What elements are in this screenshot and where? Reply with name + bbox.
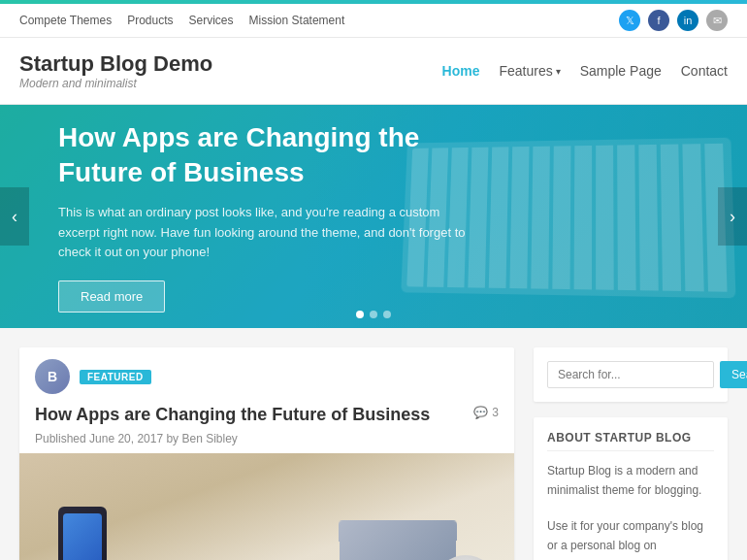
hero-slider: How Apps are Changing the Future of Busi… xyxy=(0,105,747,328)
chevron-down-icon: ▾ xyxy=(556,66,561,77)
post-title[interactable]: How Apps are Changing the Future of Busi… xyxy=(35,404,464,426)
content-area: B FEATURED How Apps are Changing the Fut… xyxy=(0,328,747,560)
post-comments[interactable]: 💬 3 xyxy=(473,406,499,419)
about-widget-text2: Use it for your company's blog or a pers… xyxy=(547,516,714,560)
search-row: Search xyxy=(547,361,714,388)
phone-graphic xyxy=(58,507,107,560)
post-card: B FEATURED How Apps are Changing the Fut… xyxy=(19,347,514,560)
linkedin-icon[interactable]: in xyxy=(677,10,698,31)
post-image-graphic xyxy=(19,453,514,560)
search-button[interactable]: Search xyxy=(720,361,747,388)
about-widget-title: ABOUT STARTUP BLOG xyxy=(547,431,714,451)
search-widget: Search xyxy=(534,347,728,402)
top-bar-social: 𝕏 f in ✉ xyxy=(619,10,728,31)
facebook-icon[interactable]: f xyxy=(648,10,669,31)
email-icon[interactable]: ✉ xyxy=(706,10,728,31)
top-bar-links: Compete Themes Products Services Mission… xyxy=(19,14,344,27)
about-widget-text1: Startup Blog is a modern and minimalist … xyxy=(547,461,714,501)
author-avatar: B xyxy=(35,359,70,394)
post-title-row: How Apps are Changing the Future of Busi… xyxy=(19,400,514,430)
featured-badge: FEATURED xyxy=(80,370,151,384)
topbar-link-2[interactable]: Services xyxy=(189,14,234,27)
nav-contact[interactable]: Contact xyxy=(681,63,728,79)
site-branding: Startup Blog Demo Modern and minimalist xyxy=(19,51,212,90)
slider-prev-button[interactable]: ‹ xyxy=(0,187,29,246)
comment-icon: 💬 xyxy=(473,406,488,419)
post-card-header: B FEATURED xyxy=(19,347,514,400)
topbar-link-0[interactable]: Compete Themes xyxy=(19,14,112,27)
sidebar: Search ABOUT STARTUP BLOG Startup Blog i… xyxy=(534,347,728,560)
header: Startup Blog Demo Modern and minimalist … xyxy=(0,38,747,105)
hero-excerpt: This is what an ordinary post looks like… xyxy=(58,203,475,263)
topbar-link-1[interactable]: Products xyxy=(127,14,173,27)
top-bar: Compete Themes Products Services Mission… xyxy=(0,4,747,38)
site-title: Startup Blog Demo xyxy=(19,51,212,77)
site-tagline: Modern and minimalist xyxy=(19,77,212,90)
hero-title: How Apps are Changing the Future of Busi… xyxy=(58,120,475,191)
comment-count: 3 xyxy=(492,406,499,419)
post-image xyxy=(19,453,514,560)
phone-screen xyxy=(63,513,102,560)
nav-home[interactable]: Home xyxy=(442,63,480,79)
search-input[interactable] xyxy=(547,361,714,388)
posts-area: B FEATURED How Apps are Changing the Fut… xyxy=(19,347,514,560)
read-more-button[interactable]: Read more xyxy=(58,280,165,313)
nav-features[interactable]: Features ▾ xyxy=(499,63,560,79)
hero-content: How Apps are Changing the Future of Busi… xyxy=(0,105,534,328)
nav-sample-page[interactable]: Sample Page xyxy=(580,63,662,79)
topbar-link-3[interactable]: Mission Statement xyxy=(249,14,345,27)
about-widget: ABOUT STARTUP BLOG Startup Blog is a mod… xyxy=(534,417,728,560)
slider-next-button[interactable]: › xyxy=(718,187,747,246)
main-nav: Home Features ▾ Sample Page Contact xyxy=(442,63,728,79)
post-meta: Published June 20, 2017 by Ben Sibley xyxy=(19,430,514,453)
twitter-icon[interactable]: 𝕏 xyxy=(619,10,640,31)
